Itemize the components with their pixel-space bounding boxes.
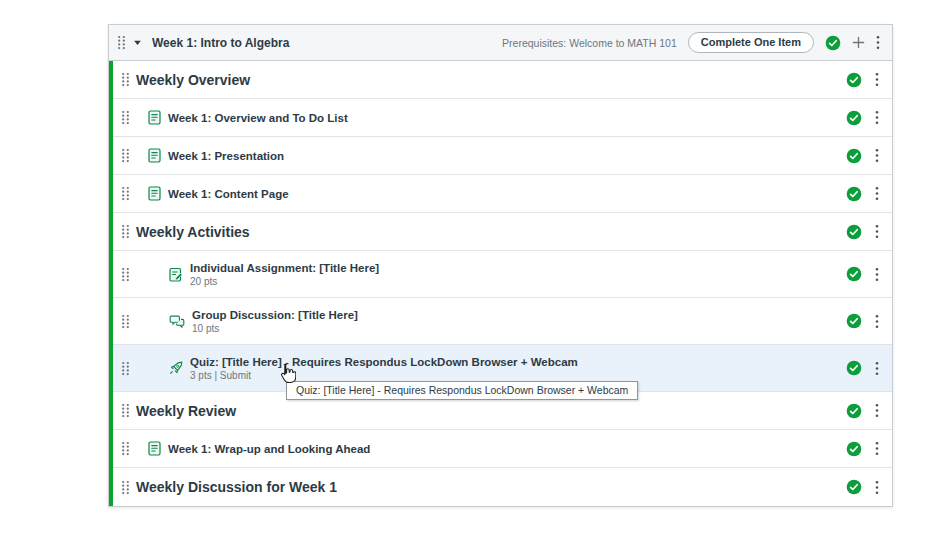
- item-actions: [846, 403, 880, 419]
- subheader-row: Weekly Overview: [113, 61, 892, 99]
- item-text: Weekly Activities: [136, 224, 250, 240]
- module-publish-check-icon[interactable]: [825, 35, 841, 51]
- item-text: Weekly Review: [136, 403, 236, 419]
- module-item-row: Week 1: Content Page: [113, 175, 892, 213]
- drag-handle-icon[interactable]: [121, 403, 130, 418]
- completion-check-icon[interactable]: [846, 441, 862, 457]
- drag-handle-icon[interactable]: [121, 186, 130, 201]
- requirement-badge: Complete One Item: [688, 32, 814, 53]
- drag-handle-icon[interactable]: [121, 314, 130, 329]
- item-menu-kebab-icon[interactable]: [875, 267, 879, 282]
- item-text: Quiz: [Title Here] - Requires Respondus …: [190, 356, 578, 381]
- item-points-label: 3 pts | Submit: [190, 370, 578, 381]
- item-text: Week 1: Content Page: [168, 188, 289, 200]
- drag-handle-icon[interactable]: [121, 361, 130, 376]
- item-text: Week 1: Presentation: [168, 150, 284, 162]
- item-actions: [846, 186, 880, 202]
- item-title-link[interactable]: Week 1: Presentation: [168, 150, 284, 162]
- tooltip-text: Quiz: [Title Here] - Requires Respondus …: [296, 384, 628, 396]
- module-header-actions: Prerequisites: Welcome to MATH 101 Compl…: [502, 32, 880, 53]
- completion-check-icon[interactable]: [846, 403, 862, 419]
- module-items: Weekly OverviewWeek 1: Overview and To D…: [109, 61, 892, 506]
- item-title-link[interactable]: Quiz: [Title Here] - Requires Respondus …: [190, 356, 578, 368]
- discussion-icon: [169, 315, 185, 328]
- item-actions: [846, 72, 880, 88]
- drag-handle-icon[interactable]: [121, 148, 130, 163]
- item-title-link[interactable]: Week 1: Content Page: [168, 188, 289, 200]
- item-menu-kebab-icon[interactable]: [875, 361, 879, 376]
- completion-check-icon[interactable]: [846, 110, 862, 126]
- subheader-row: Weekly Activities: [113, 213, 892, 251]
- item-actions: [846, 360, 880, 376]
- drag-handle-icon[interactable]: [121, 110, 130, 125]
- quiz-icon: [169, 361, 183, 375]
- item-actions: [846, 479, 880, 495]
- completion-check-icon[interactable]: [846, 266, 862, 282]
- page-icon: [148, 148, 161, 163]
- drag-handle-icon[interactable]: [121, 267, 130, 282]
- drag-handle-icon[interactable]: [117, 35, 126, 50]
- drag-handle-icon[interactable]: [121, 480, 130, 495]
- completion-check-icon[interactable]: [846, 224, 862, 240]
- item-actions: [846, 266, 880, 282]
- module-item-row: Individual Assignment: [Title Here]20 pt…: [113, 251, 892, 298]
- item-text: Group Discussion: [Title Here]10 pts: [192, 309, 358, 334]
- module-card: Week 1: Intro to Algebra Prerequisites: …: [108, 24, 893, 507]
- assignment-icon: [169, 267, 183, 282]
- item-text: Week 1: Overview and To Do List: [168, 112, 348, 124]
- item-menu-kebab-icon[interactable]: [875, 314, 879, 329]
- module-item-row: Week 1: Overview and To Do List: [113, 99, 892, 137]
- page-icon: [148, 186, 161, 201]
- item-actions: [846, 224, 880, 240]
- add-item-button[interactable]: [852, 36, 865, 49]
- item-actions: [846, 148, 880, 164]
- item-title-link[interactable]: Week 1: Overview and To Do List: [168, 112, 348, 124]
- item-title-link[interactable]: Group Discussion: [Title Here]: [192, 309, 358, 321]
- drag-handle-icon[interactable]: [121, 224, 130, 239]
- module-menu-button[interactable]: [876, 35, 880, 50]
- item-points-label: 20 pts: [190, 276, 379, 287]
- module-item-row: Group Discussion: [Title Here]10 pts: [113, 298, 892, 345]
- tooltip: Quiz: [Title Here] - Requires Respondus …: [286, 381, 638, 400]
- completion-check-icon[interactable]: [846, 148, 862, 164]
- module-header: Week 1: Intro to Algebra Prerequisites: …: [109, 25, 892, 61]
- item-menu-kebab-icon[interactable]: [875, 441, 879, 456]
- item-actions: [846, 313, 880, 329]
- module-title: Week 1: Intro to Algebra: [152, 36, 289, 50]
- prerequisites-label: Prerequisites: Welcome to MATH 101: [502, 37, 677, 49]
- page-icon: [148, 110, 161, 125]
- item-actions: [846, 110, 880, 126]
- item-menu-kebab-icon[interactable]: [875, 110, 879, 125]
- subheader-title: Weekly Activities: [136, 224, 250, 240]
- subheader-title: Weekly Review: [136, 403, 236, 419]
- item-text: Weekly Discussion for Week 1: [136, 479, 337, 495]
- completion-check-icon[interactable]: [846, 479, 862, 495]
- item-title-link[interactable]: Individual Assignment: [Title Here]: [190, 262, 379, 274]
- item-actions: [846, 441, 880, 457]
- item-points-label: 10 pts: [192, 323, 358, 334]
- subheader-row: Weekly Discussion for Week 1: [113, 468, 892, 506]
- item-text: Individual Assignment: [Title Here]20 pt…: [190, 262, 379, 287]
- subheader-title: Weekly Discussion for Week 1: [136, 479, 337, 495]
- item-text: Weekly Overview: [136, 72, 250, 88]
- item-menu-kebab-icon[interactable]: [875, 186, 879, 201]
- item-menu-kebab-icon[interactable]: [875, 224, 879, 239]
- item-menu-kebab-icon[interactable]: [875, 403, 879, 418]
- item-menu-kebab-icon[interactable]: [875, 480, 879, 495]
- chevron-down-icon[interactable]: [133, 38, 142, 47]
- item-menu-kebab-icon[interactable]: [875, 72, 879, 87]
- subheader-title: Weekly Overview: [136, 72, 250, 88]
- completion-check-icon[interactable]: [846, 186, 862, 202]
- drag-handle-icon[interactable]: [121, 72, 130, 87]
- module-item-row: Week 1: Presentation: [113, 137, 892, 175]
- page-icon: [148, 441, 161, 456]
- item-menu-kebab-icon[interactable]: [875, 148, 879, 163]
- item-text: Week 1: Wrap-up and Looking Ahead: [168, 443, 370, 455]
- completion-check-icon[interactable]: [846, 313, 862, 329]
- drag-handle-icon[interactable]: [121, 441, 130, 456]
- item-title-link[interactable]: Week 1: Wrap-up and Looking Ahead: [168, 443, 370, 455]
- module-item-row: Week 1: Wrap-up and Looking Ahead: [113, 430, 892, 468]
- completion-check-icon[interactable]: [846, 360, 862, 376]
- completion-check-icon[interactable]: [846, 72, 862, 88]
